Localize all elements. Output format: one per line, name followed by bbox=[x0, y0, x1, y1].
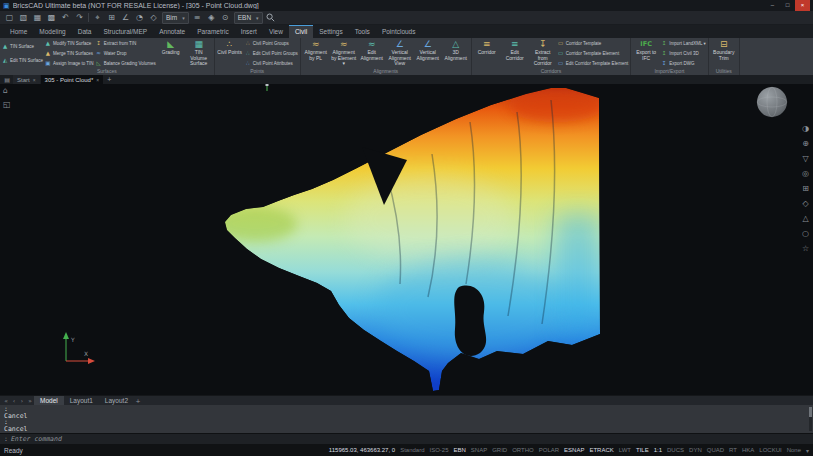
modify-tin-surface-button[interactable]: ▲Modify TIN Surface bbox=[45, 40, 94, 47]
layout-tab-layout1[interactable]: Layout1 bbox=[64, 396, 99, 405]
app-icon[interactable]: ▣ bbox=[3, 2, 10, 10]
civil-point-attributes-button[interactable]: ∴Civil Point Attributes bbox=[245, 60, 298, 67]
alignment-by-pl-button[interactable]: ≈Alignment by PL bbox=[303, 39, 329, 68]
workspace-select[interactable]: Bim ▾ bbox=[162, 12, 189, 24]
search-icon[interactable] bbox=[266, 13, 275, 22]
balance-grading-volumes-button[interactable]: ◺Balance Grading Volumes bbox=[96, 60, 156, 67]
export-dwg-button[interactable]: ↧Export DWG bbox=[661, 60, 706, 67]
drawing-canvas[interactable]: ⌂ ◱ ◑ ⊕ ▽ ◎ ⊞ ◇ △ ○ ☆ bbox=[0, 84, 813, 395]
status-dimstyle[interactable]: ISO-25 bbox=[429, 447, 448, 453]
edit-tin-surface-button[interactable]: ◭Edit TIN Surface bbox=[2, 57, 43, 64]
command-history[interactable]: : Cancel : Cancel bbox=[0, 405, 813, 433]
tin-surface-button[interactable]: ▲TIN Surface bbox=[2, 43, 43, 50]
next-layout-icon[interactable]: › bbox=[18, 397, 26, 404]
vertical-alignment-button[interactable]: ∠Vertical Alignment bbox=[415, 39, 441, 68]
edit-alignment-button[interactable]: ≈Edit Alignment bbox=[359, 39, 385, 68]
crosshair-icon[interactable]: ⌖ bbox=[92, 11, 103, 25]
import-civil3d-button[interactable]: ↥Import Civil 3D bbox=[661, 50, 706, 57]
tab-tools[interactable]: Tools bbox=[349, 25, 376, 38]
alignment-by-element-button[interactable]: ≈Alignment by Element ▾ bbox=[331, 39, 357, 68]
render-icon[interactable]: ⊙ bbox=[220, 11, 231, 25]
status-toggle-lwt[interactable]: LWT bbox=[619, 447, 631, 453]
tab-civil[interactable]: Civil bbox=[289, 25, 313, 38]
angle-icon[interactable]: ∠ bbox=[120, 11, 131, 25]
tab-insert[interactable]: Insert bbox=[235, 25, 263, 38]
visual-styles-icon[interactable]: ◑ bbox=[802, 124, 809, 133]
save-icon[interactable]: ▦ bbox=[32, 11, 43, 25]
close-button[interactable]: × bbox=[795, 0, 810, 11]
prev-layout-icon[interactable]: ‹ bbox=[10, 397, 18, 404]
sphere-icon[interactable]: ○ bbox=[802, 229, 809, 238]
sheet-icon[interactable]: ◱ bbox=[3, 100, 11, 109]
snap-grid-icon[interactable]: ⊞ bbox=[106, 11, 117, 25]
water-drop-button[interactable]: ≈Water Drop bbox=[96, 50, 156, 57]
edit-corridor-template-element-button[interactable]: ▭Edit Corridor Template Element bbox=[558, 60, 628, 67]
viewport[interactable]: Y X bbox=[0, 84, 813, 395]
print-icon[interactable]: ▩ bbox=[46, 11, 57, 25]
grading-button[interactable]: ◣Grading bbox=[158, 39, 184, 68]
redo-icon[interactable]: ↷ bbox=[74, 11, 85, 25]
civil-point-groups-button[interactable]: ∴Civil Point Groups bbox=[245, 40, 298, 47]
tab-view[interactable]: View bbox=[263, 25, 289, 38]
export-to-ifc-button[interactable]: IFCExport to IFC bbox=[633, 39, 659, 68]
status-toggle-etrack[interactable]: ETRACK bbox=[589, 447, 613, 453]
status-style-standard[interactable]: Standard bbox=[400, 447, 424, 453]
status-toggle-hka[interactable]: HKA bbox=[742, 447, 754, 453]
tab-structural-mep[interactable]: Structural/MEP bbox=[97, 25, 153, 38]
tab-annotate[interactable]: Annotate bbox=[153, 25, 191, 38]
status-workspace[interactable]: EBN bbox=[454, 447, 466, 453]
tab-data[interactable]: Data bbox=[72, 25, 98, 38]
status-toggle-grid[interactable]: GRID bbox=[492, 447, 507, 453]
minimize-button[interactable]: – bbox=[765, 0, 780, 11]
status-toggle-polar[interactable]: POLAR bbox=[539, 447, 559, 453]
filter-icon[interactable]: ▽ bbox=[802, 154, 808, 163]
alignment-3d-button[interactable]: △3D Alignment bbox=[443, 39, 469, 68]
status-toggle-snap[interactable]: SNAP bbox=[471, 447, 487, 453]
civil-points-button[interactable]: ∴Civil Points bbox=[217, 39, 243, 68]
command-input[interactable]: : Enter command bbox=[0, 433, 813, 444]
edit-corridor-button[interactable]: ≡Edit Corridor bbox=[502, 39, 528, 68]
tab-pointclouds[interactable]: Pointclouds bbox=[376, 25, 422, 38]
chevron-down-icon[interactable]: ▾ bbox=[806, 447, 809, 454]
layout-tab-layout2[interactable]: Layout2 bbox=[99, 396, 134, 405]
status-toggle-rt[interactable]: RT bbox=[729, 447, 737, 453]
last-layout-icon[interactable]: » bbox=[26, 397, 34, 404]
polygon-icon[interactable]: ◇ bbox=[148, 11, 159, 25]
doc-tab-point-cloud[interactable]: 305 - Point Cloud* × bbox=[41, 75, 104, 84]
command-scrollbar-thumb[interactable] bbox=[809, 407, 812, 417]
tab-home[interactable]: Home bbox=[4, 25, 33, 38]
materials-icon[interactable]: ◈ bbox=[206, 11, 217, 25]
status-toggle-esnap[interactable]: ESNAP bbox=[564, 447, 584, 453]
open-icon[interactable]: ▧ bbox=[18, 11, 29, 25]
extract-from-tin-button[interactable]: ↧Extract from TIN bbox=[96, 40, 156, 47]
close-icon[interactable]: × bbox=[96, 77, 99, 83]
assign-image-to-tin-button[interactable]: ▣Assign Image to TIN bbox=[45, 60, 94, 67]
layers-icon[interactable]: ≡ bbox=[192, 11, 203, 25]
favorites-icon[interactable]: ☆ bbox=[802, 244, 809, 253]
sun-icon[interactable]: ⊕ bbox=[802, 139, 809, 148]
tin-volume-surface-button[interactable]: ▦TIN Volume Surface bbox=[186, 39, 212, 68]
doc-tab-start[interactable]: Start × bbox=[13, 75, 40, 84]
tab-settings[interactable]: Settings bbox=[313, 25, 349, 38]
orbit-icon[interactable]: △ bbox=[802, 214, 808, 223]
undo-icon[interactable]: ↶ bbox=[60, 11, 71, 25]
close-icon[interactable]: × bbox=[33, 77, 36, 83]
status-toggle-ducs[interactable]: DUCS bbox=[667, 447, 684, 453]
extract-from-corridor-button[interactable]: ↧Extract from Corridor bbox=[530, 39, 556, 68]
status-scale[interactable]: 1:1 bbox=[654, 447, 662, 453]
status-toggle-lockui[interactable]: LOCKUI bbox=[759, 447, 781, 453]
import-landxml-button[interactable]: ↥Import LandXML ▾ bbox=[661, 40, 706, 47]
status-toggle-quad[interactable]: QUAD bbox=[707, 447, 724, 453]
tab-parametric[interactable]: Parametric bbox=[191, 25, 234, 38]
materials-icon[interactable]: ◇ bbox=[802, 199, 808, 208]
layout-tab-model[interactable]: Model bbox=[34, 396, 64, 405]
navigation-sphere[interactable] bbox=[757, 87, 787, 117]
profile-select[interactable]: EBN ▾ bbox=[234, 12, 263, 24]
status-toggle-tile[interactable]: TILE bbox=[636, 447, 649, 453]
corridor-template-element-button[interactable]: ▭Corridor Template Element bbox=[558, 50, 628, 57]
first-layout-icon[interactable]: « bbox=[2, 397, 10, 404]
new-icon[interactable]: ▢ bbox=[4, 11, 15, 25]
merge-tin-surfaces-button[interactable]: ▲Merge TIN Surfaces bbox=[45, 50, 94, 57]
tab-menu-icon[interactable]: ▤ bbox=[2, 76, 12, 83]
corridor-button[interactable]: ≡Corridor bbox=[474, 39, 500, 68]
